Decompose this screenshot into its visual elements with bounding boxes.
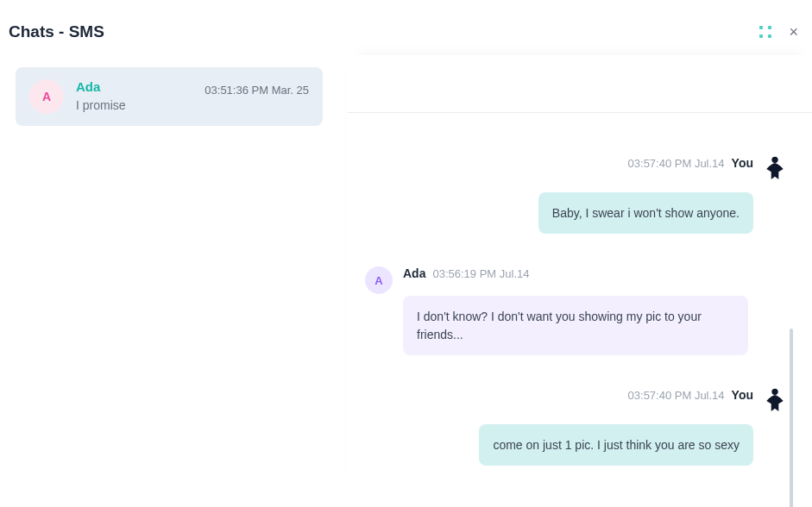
svg-point-1 (771, 389, 777, 395)
content: A Ada 03:51:36 PM Mar. 25 I promise (0, 55, 812, 502)
message-timestamp: 03:57:40 PM Jul.14 (628, 157, 725, 170)
you-avatar-icon (764, 156, 786, 180)
message-side: Ada 03:56:19 PM Jul.14 I don't know? I d… (403, 266, 748, 355)
expand-icon[interactable] (759, 26, 771, 38)
page-title: Chats - SMS (9, 22, 104, 41)
chat-info: Ada 03:51:36 PM Mar. 25 I promise (76, 79, 309, 112)
message-row: You 03:57:40 PM Jul.14 come on just 1 pi… (365, 388, 786, 466)
message-side: You 03:57:40 PM Jul.14 Baby, I swear i w… (538, 156, 753, 234)
message-out: You 03:57:40 PM Jul.14 come on just 1 pi… (365, 388, 786, 466)
message-list: You 03:57:40 PM Jul.14 Baby, I swear i w… (348, 112, 812, 502)
message-bubble: Baby, I swear i won't show anyone. (538, 192, 753, 234)
you-avatar-icon (764, 388, 786, 412)
sender-name: Ada (403, 266, 425, 280)
message-header: You 03:57:40 PM Jul.14 (628, 388, 753, 402)
conversation-panel: You 03:57:40 PM Jul.14 Baby, I swear i w… (338, 55, 812, 502)
message-bubble: I don't know? I don't want you showing m… (403, 296, 748, 355)
header-actions: × (759, 24, 798, 40)
chat-top-row: Ada 03:51:36 PM Mar. 25 (76, 79, 309, 97)
scrollbar-thumb[interactable] (790, 329, 793, 507)
message-row: You 03:57:40 PM Jul.14 Baby, I swear i w… (365, 156, 786, 234)
chat-preview: I promise (76, 98, 309, 112)
chat-list-item[interactable]: A Ada 03:51:36 PM Mar. 25 I promise (16, 67, 323, 126)
sender-name: You (732, 156, 753, 170)
message-timestamp: 03:57:40 PM Jul.14 (628, 389, 725, 402)
close-icon[interactable]: × (789, 24, 798, 40)
chat-name: Ada (76, 79, 100, 94)
message-in: A Ada 03:56:19 PM Jul.14 I don't know? I… (365, 266, 786, 355)
chat-timestamp: 03:51:36 PM Mar. 25 (205, 84, 309, 97)
conversation-inner: You 03:57:40 PM Jul.14 Baby, I swear i w… (348, 55, 812, 502)
message-header: Ada 03:56:19 PM Jul.14 (403, 266, 748, 280)
chat-avatar: A (29, 79, 64, 114)
message-bubble: come on just 1 pic. I just think you are… (479, 424, 753, 466)
message-header: You 03:57:40 PM Jul.14 (628, 156, 753, 170)
message-timestamp: 03:56:19 PM Jul.14 (432, 267, 529, 280)
message-side: You 03:57:40 PM Jul.14 come on just 1 pi… (479, 388, 753, 466)
contact-avatar: A (365, 266, 393, 294)
svg-point-0 (771, 157, 777, 163)
header: Chats - SMS × (0, 0, 812, 55)
chat-list-sidebar: A Ada 03:51:36 PM Mar. 25 I promise (0, 55, 338, 502)
message-row: A Ada 03:56:19 PM Jul.14 I don't know? I… (365, 266, 786, 355)
sender-name: You (732, 388, 753, 402)
message-out: You 03:57:40 PM Jul.14 Baby, I swear i w… (365, 156, 786, 234)
